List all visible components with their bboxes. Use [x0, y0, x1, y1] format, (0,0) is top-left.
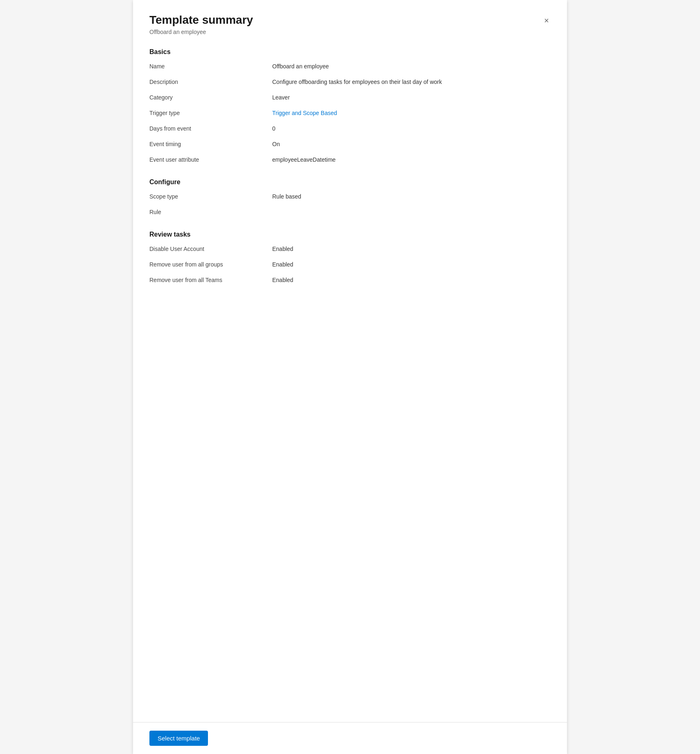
panel-content: Basics Name Offboard an employee Descrip… [133, 35, 567, 722]
review-tasks-heading: Review tasks [149, 231, 551, 238]
field-name: Name Offboard an employee [149, 62, 551, 74]
select-template-button[interactable]: Select template [149, 731, 208, 746]
header-text: Template summary Offboard an employee [149, 13, 253, 35]
panel-header: Template summary Offboard an employee × [133, 0, 567, 35]
field-value-name: Offboard an employee [272, 62, 329, 70]
field-label-scope-type: Scope type [149, 192, 272, 200]
panel-title: Template summary [149, 13, 253, 27]
field-value-description: Configure offboarding tasks for employee… [272, 78, 442, 85]
close-icon: × [544, 16, 549, 25]
panel-subtitle: Offboard an employee [149, 29, 253, 35]
template-summary-panel: Template summary Offboard an employee × … [133, 0, 567, 754]
field-description: Description Configure offboarding tasks … [149, 78, 551, 89]
close-button[interactable]: × [542, 15, 551, 26]
field-remove-from-teams: Remove user from all Teams Enabled [149, 276, 551, 287]
field-label-category: Category [149, 93, 272, 101]
field-value-event-timing: On [272, 140, 280, 147]
field-remove-from-groups: Remove user from all groups Enabled [149, 260, 551, 272]
field-label-disable-user-account: Disable User Account [149, 245, 272, 252]
field-value-days-from-event: 0 [272, 124, 275, 132]
field-rule: Rule [149, 208, 551, 219]
field-trigger-type: Trigger type Trigger and Scope Based [149, 109, 551, 120]
field-label-remove-from-teams: Remove user from all Teams [149, 276, 272, 283]
field-label-name: Name [149, 62, 272, 70]
basics-section: Basics Name Offboard an employee Descrip… [149, 48, 551, 167]
field-label-event-user-attribute: Event user attribute [149, 156, 272, 163]
field-value-category: Leaver [272, 93, 290, 101]
basics-heading: Basics [149, 48, 551, 56]
field-event-user-attribute: Event user attribute employeeLeaveDateti… [149, 156, 551, 167]
field-value-remove-from-teams: Enabled [272, 276, 293, 283]
field-category: Category Leaver [149, 93, 551, 105]
panel-footer: Select template [133, 722, 567, 754]
field-value-trigger-type: Trigger and Scope Based [272, 109, 337, 116]
configure-heading: Configure [149, 178, 551, 186]
field-label-remove-from-groups: Remove user from all groups [149, 260, 272, 268]
field-event-timing: Event timing On [149, 140, 551, 151]
field-days-from-event: Days from event 0 [149, 124, 551, 136]
review-tasks-section: Review tasks Disable User Account Enable… [149, 231, 551, 287]
field-value-disable-user-account: Enabled [272, 245, 293, 252]
field-disable-user-account: Disable User Account Enabled [149, 245, 551, 256]
field-label-trigger-type: Trigger type [149, 109, 272, 116]
configure-section: Configure Scope type Rule based Rule [149, 178, 551, 219]
field-label-event-timing: Event timing [149, 140, 272, 147]
field-value-event-user-attribute: employeeLeaveDatetime [272, 156, 336, 163]
field-label-description: Description [149, 78, 272, 85]
field-value-scope-type: Rule based [272, 192, 301, 200]
field-value-remove-from-groups: Enabled [272, 260, 293, 268]
field-label-days-from-event: Days from event [149, 124, 272, 132]
field-label-rule: Rule [149, 208, 272, 215]
field-scope-type: Scope type Rule based [149, 192, 551, 204]
